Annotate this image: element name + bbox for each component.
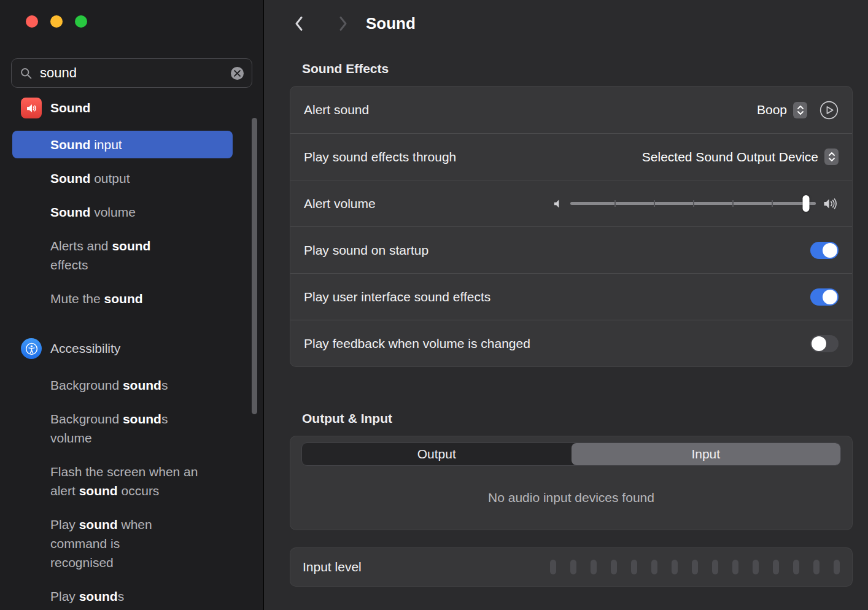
search-icon — [20, 67, 33, 80]
volume-high-icon — [823, 198, 839, 210]
play-alert-sound-button[interactable] — [820, 101, 839, 120]
input-level-card: Input level — [290, 547, 853, 587]
alert-volume-row: Alert volume — [290, 180, 852, 226]
accessibility-icon — [21, 338, 42, 359]
sidebar-result-background-sounds-volume[interactable]: Background sounds volume — [12, 405, 233, 452]
alert-volume-slider[interactable] — [570, 195, 816, 212]
level-bar — [732, 560, 738, 574]
navigation-bar: Sound — [290, 0, 853, 34]
play-feedback-volume-label: Play feedback when volume is changed — [304, 336, 530, 351]
back-button[interactable] — [290, 13, 308, 34]
main-content: Sound Sound Effects Alert sound Boop Pla… — [264, 0, 868, 610]
window-controls — [0, 0, 263, 28]
sidebar-scrollbar[interactable] — [252, 118, 257, 414]
volume-low-icon — [554, 198, 563, 209]
level-bar — [813, 560, 820, 574]
play-feedback-volume-row: Play feedback when volume is changed — [290, 320, 852, 366]
level-bar — [672, 560, 678, 574]
zoom-window-button[interactable] — [75, 15, 87, 28]
sound-icon — [21, 98, 42, 118]
input-level-meter — [550, 560, 840, 574]
close-window-button[interactable] — [26, 15, 38, 28]
level-bar — [834, 560, 840, 574]
sound-effects-card: Alert sound Boop Play sound effects thro… — [290, 86, 853, 367]
play-sound-effects-through-row: Play sound effects through Selected Soun… — [290, 133, 852, 180]
play-sound-on-startup-label: Play sound on startup — [304, 243, 428, 258]
sidebar-result-sound-app[interactable]: Sound — [21, 98, 233, 118]
level-bar — [692, 560, 698, 574]
sidebar-result-label: Accessibility — [50, 341, 120, 356]
alert-sound-value: Boop — [757, 102, 787, 117]
slider-thumb[interactable] — [803, 195, 810, 212]
minimize-window-button[interactable] — [50, 15, 63, 28]
level-bar — [611, 560, 617, 574]
search-field[interactable] — [11, 58, 252, 88]
output-input-header: Output & Input — [302, 411, 853, 426]
level-bar — [712, 560, 718, 574]
search-input[interactable] — [40, 65, 223, 81]
level-bar — [570, 560, 576, 574]
alert-sound-label: Alert sound — [304, 102, 369, 117]
level-bar — [591, 560, 597, 574]
sidebar-result-flash-screen-alert-sound[interactable]: Flash the screen when an alert sound occ… — [12, 458, 233, 504]
sidebar-result-sound-output[interactable]: Sound output — [12, 164, 233, 192]
sidebar-result-sound-volume[interactable]: Sound volume — [12, 198, 233, 226]
output-input-segmented-control: Output Input — [301, 442, 841, 466]
level-bar — [631, 560, 637, 574]
sidebar-result-alerts-and-sound-effects[interactable]: Alerts and sound effects — [12, 232, 233, 279]
no-input-devices-message: No audio input devices found — [301, 466, 841, 530]
sidebar-result-background-sounds[interactable]: Background sounds — [12, 371, 233, 399]
level-bar — [753, 560, 759, 574]
play-ui-sound-effects-row: Play user interface sound effects — [290, 273, 852, 320]
clear-search-icon[interactable] — [231, 67, 244, 80]
sidebar: Sound Sound input Sound output Sound vol… — [0, 0, 264, 610]
sound-output-device-value: Selected Sound Output Device — [642, 150, 818, 164]
sidebar-result-accessibility-app[interactable]: Accessibility — [21, 338, 233, 359]
input-level-label: Input level — [303, 560, 362, 574]
alert-sound-row: Alert sound Boop — [290, 87, 852, 133]
level-bar — [651, 560, 657, 574]
play-ui-sound-effects-toggle[interactable] — [810, 288, 839, 306]
sidebar-result-play-sounds[interactable]: Play sounds — [12, 582, 233, 610]
play-feedback-volume-toggle[interactable] — [810, 335, 839, 352]
play-sound-effects-through-label: Play sound effects through — [304, 150, 456, 164]
sound-effects-header: Sound Effects — [302, 61, 853, 76]
sidebar-result-label: Sound — [50, 101, 90, 115]
output-input-card: Output Input No audio input devices foun… — [290, 436, 853, 530]
play-ui-sound-effects-label: Play user interface sound effects — [304, 290, 490, 304]
sidebar-result-mute-the-sound[interactable]: Mute the sound — [12, 285, 233, 312]
segment-output[interactable]: Output — [302, 443, 572, 465]
sidebar-result-sound-input[interactable]: Sound input — [12, 131, 233, 158]
level-bar — [550, 560, 556, 574]
segment-input[interactable]: Input — [572, 443, 841, 465]
level-bar — [793, 560, 799, 574]
play-sound-on-startup-toggle[interactable] — [810, 242, 839, 259]
play-sound-on-startup-row: Play sound on startup — [290, 226, 852, 273]
page-title: Sound — [366, 14, 416, 33]
sidebar-result-play-sound-command-recognised[interactable]: Play sound when command is recognised — [12, 511, 233, 576]
alert-volume-label: Alert volume — [304, 196, 376, 211]
sound-output-device-select[interactable] — [824, 149, 839, 165]
level-bar — [773, 560, 779, 574]
alert-sound-select[interactable] — [793, 102, 807, 118]
forward-button[interactable] — [334, 13, 352, 34]
search-results-list: Sound Sound input Sound output Sound vol… — [0, 98, 263, 610]
